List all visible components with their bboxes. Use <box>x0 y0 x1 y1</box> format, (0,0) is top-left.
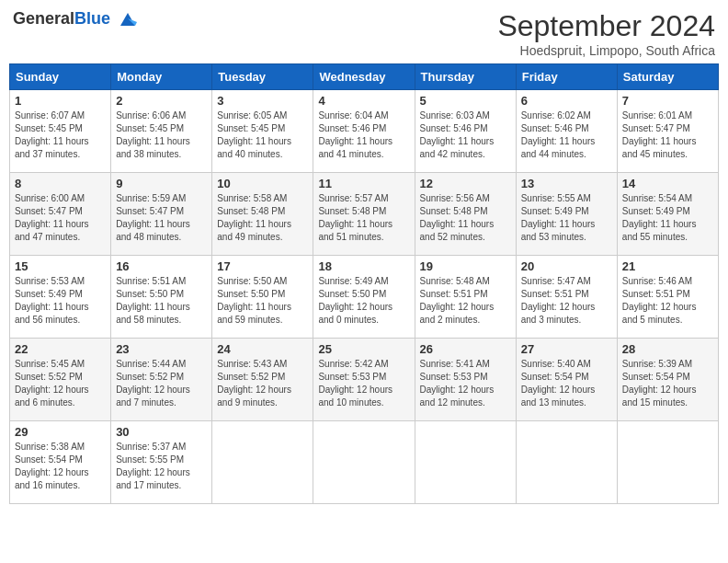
day-detail: Sunrise: 5:59 AMSunset: 5:47 PMDaylight:… <box>116 192 207 244</box>
calendar-day-cell: 3Sunrise: 6:05 AMSunset: 5:45 PMDaylight… <box>212 90 313 173</box>
calendar-day-cell <box>516 421 617 504</box>
calendar-day-cell: 30Sunrise: 5:37 AMSunset: 5:55 PMDayligh… <box>111 421 212 504</box>
calendar-day-cell: 27Sunrise: 5:40 AMSunset: 5:54 PMDayligh… <box>516 339 617 421</box>
calendar-day-cell: 2Sunrise: 6:06 AMSunset: 5:45 PMDaylight… <box>111 90 212 173</box>
day-number: 10 <box>217 177 308 190</box>
calendar-day-cell <box>415 421 516 504</box>
day-number: 26 <box>420 342 511 356</box>
day-number: 15 <box>15 259 106 273</box>
day-number: 21 <box>622 259 713 273</box>
calendar-day-cell: 24Sunrise: 5:43 AMSunset: 5:52 PMDayligh… <box>212 339 313 421</box>
day-detail: Sunrise: 5:43 AMSunset: 5:52 PMDaylight:… <box>217 358 308 409</box>
day-number: 20 <box>521 259 612 273</box>
calendar-day-cell: 1Sunrise: 6:07 AMSunset: 5:45 PMDaylight… <box>10 90 111 173</box>
day-detail: Sunrise: 5:45 AMSunset: 5:52 PMDaylight:… <box>15 358 106 409</box>
day-number: 30 <box>116 425 207 439</box>
calendar-day-cell: 26Sunrise: 5:41 AMSunset: 5:53 PMDayligh… <box>415 339 516 421</box>
calendar-day-cell: 4Sunrise: 6:04 AMSunset: 5:46 PMDaylight… <box>313 90 415 173</box>
day-number: 16 <box>116 259 207 273</box>
calendar-day-cell <box>212 421 313 504</box>
day-detail: Sunrise: 5:55 AMSunset: 5:49 PMDaylight:… <box>521 192 612 244</box>
day-of-week-header: Saturday <box>617 64 718 90</box>
day-detail: Sunrise: 5:57 AMSunset: 5:48 PMDaylight:… <box>318 192 409 244</box>
title-block: September 2024 Hoedspruit, Limpopo, Sout… <box>497 9 715 58</box>
day-detail: Sunrise: 5:48 AMSunset: 5:51 PMDaylight:… <box>420 275 511 327</box>
day-number: 22 <box>15 342 106 356</box>
day-detail: Sunrise: 6:03 AMSunset: 5:46 PMDaylight:… <box>420 109 511 161</box>
calendar-day-cell: 5Sunrise: 6:03 AMSunset: 5:46 PMDaylight… <box>415 90 516 173</box>
day-detail: Sunrise: 6:01 AMSunset: 5:47 PMDaylight:… <box>622 109 713 161</box>
day-number: 7 <box>622 94 713 108</box>
calendar-week-row: 29Sunrise: 5:38 AMSunset: 5:54 PMDayligh… <box>10 421 719 504</box>
day-number: 11 <box>318 177 409 190</box>
day-detail: Sunrise: 6:06 AMSunset: 5:45 PMDaylight:… <box>116 109 207 161</box>
calendar-week-row: 1Sunrise: 6:07 AMSunset: 5:45 PMDaylight… <box>10 90 719 173</box>
day-number: 28 <box>622 342 713 356</box>
day-detail: Sunrise: 6:04 AMSunset: 5:46 PMDaylight:… <box>318 109 409 161</box>
calendar-day-cell: 23Sunrise: 5:44 AMSunset: 5:52 PMDayligh… <box>111 339 212 421</box>
day-detail: Sunrise: 5:49 AMSunset: 5:50 PMDaylight:… <box>318 275 409 327</box>
calendar-day-cell: 21Sunrise: 5:46 AMSunset: 5:51 PMDayligh… <box>617 256 718 339</box>
calendar-day-cell: 22Sunrise: 5:45 AMSunset: 5:52 PMDayligh… <box>10 339 111 421</box>
day-of-week-header: Sunday <box>10 64 111 90</box>
calendar-day-cell: 19Sunrise: 5:48 AMSunset: 5:51 PMDayligh… <box>415 256 516 339</box>
logo: GeneralBlue <box>13 9 139 31</box>
calendar-day-cell: 12Sunrise: 5:56 AMSunset: 5:48 PMDayligh… <box>415 173 516 256</box>
calendar-day-cell: 17Sunrise: 5:50 AMSunset: 5:50 PMDayligh… <box>212 256 313 339</box>
logo-blue: Blue <box>74 9 110 28</box>
day-detail: Sunrise: 5:58 AMSunset: 5:48 PMDaylight:… <box>217 192 308 244</box>
day-number: 12 <box>420 177 511 190</box>
location-subtitle: Hoedspruit, Limpopo, South Africa <box>497 43 715 58</box>
day-number: 14 <box>622 177 713 190</box>
day-number: 3 <box>217 94 308 108</box>
day-detail: Sunrise: 5:50 AMSunset: 5:50 PMDaylight:… <box>217 275 308 327</box>
day-number: 23 <box>116 342 207 356</box>
day-of-week-header: Tuesday <box>212 64 313 90</box>
svg-marker-0 <box>120 13 135 26</box>
calendar-day-cell: 28Sunrise: 5:39 AMSunset: 5:54 PMDayligh… <box>617 339 718 421</box>
day-number: 19 <box>420 259 511 273</box>
calendar-week-row: 15Sunrise: 5:53 AMSunset: 5:49 PMDayligh… <box>10 256 719 339</box>
calendar-day-cell <box>313 421 415 504</box>
day-of-week-header: Thursday <box>415 64 516 90</box>
day-detail: Sunrise: 6:07 AMSunset: 5:45 PMDaylight:… <box>15 109 106 161</box>
day-of-week-header: Wednesday <box>313 64 415 90</box>
calendar-day-cell: 6Sunrise: 6:02 AMSunset: 5:46 PMDaylight… <box>516 90 617 173</box>
day-detail: Sunrise: 6:00 AMSunset: 5:47 PMDaylight:… <box>15 192 106 244</box>
day-detail: Sunrise: 5:38 AMSunset: 5:54 PMDaylight:… <box>15 441 106 492</box>
day-number: 24 <box>217 342 308 356</box>
day-detail: Sunrise: 5:37 AMSunset: 5:55 PMDaylight:… <box>116 441 207 492</box>
day-detail: Sunrise: 5:42 AMSunset: 5:53 PMDaylight:… <box>318 358 409 409</box>
calendar-day-cell: 20Sunrise: 5:47 AMSunset: 5:51 PMDayligh… <box>516 256 617 339</box>
day-number: 4 <box>318 94 409 108</box>
day-number: 17 <box>217 259 308 273</box>
day-number: 9 <box>116 177 207 190</box>
day-detail: Sunrise: 5:56 AMSunset: 5:48 PMDaylight:… <box>420 192 511 244</box>
day-detail: Sunrise: 6:02 AMSunset: 5:46 PMDaylight:… <box>521 109 612 161</box>
calendar-day-cell: 11Sunrise: 5:57 AMSunset: 5:48 PMDayligh… <box>313 173 415 256</box>
day-detail: Sunrise: 5:46 AMSunset: 5:51 PMDaylight:… <box>622 275 713 327</box>
day-detail: Sunrise: 5:39 AMSunset: 5:54 PMDaylight:… <box>622 358 713 409</box>
calendar-day-cell: 8Sunrise: 6:00 AMSunset: 5:47 PMDaylight… <box>10 173 111 256</box>
calendar-day-cell: 15Sunrise: 5:53 AMSunset: 5:49 PMDayligh… <box>10 256 111 339</box>
day-detail: Sunrise: 5:54 AMSunset: 5:49 PMDaylight:… <box>622 192 713 244</box>
day-detail: Sunrise: 5:51 AMSunset: 5:50 PMDaylight:… <box>116 275 207 327</box>
day-detail: Sunrise: 5:53 AMSunset: 5:49 PMDaylight:… <box>15 275 106 327</box>
day-detail: Sunrise: 5:41 AMSunset: 5:53 PMDaylight:… <box>420 358 511 409</box>
day-of-week-header: Monday <box>111 64 212 90</box>
day-detail: Sunrise: 5:44 AMSunset: 5:52 PMDaylight:… <box>116 358 207 409</box>
day-number: 29 <box>15 425 106 439</box>
day-number: 6 <box>521 94 612 108</box>
day-number: 2 <box>116 94 207 108</box>
calendar-week-row: 8Sunrise: 6:00 AMSunset: 5:47 PMDaylight… <box>10 173 719 256</box>
day-number: 27 <box>521 342 612 356</box>
day-number: 18 <box>318 259 409 273</box>
day-number: 25 <box>318 342 409 356</box>
calendar-day-cell: 9Sunrise: 5:59 AMSunset: 5:47 PMDaylight… <box>111 173 212 256</box>
calendar-day-cell: 10Sunrise: 5:58 AMSunset: 5:48 PMDayligh… <box>212 173 313 256</box>
calendar-day-cell: 16Sunrise: 5:51 AMSunset: 5:50 PMDayligh… <box>111 256 212 339</box>
day-of-week-header: Friday <box>516 64 617 90</box>
calendar-day-cell: 14Sunrise: 5:54 AMSunset: 5:49 PMDayligh… <box>617 173 718 256</box>
logo-icon <box>117 9 139 31</box>
page-header: GeneralBlue September 2024 Hoedspruit, L… <box>9 9 719 58</box>
